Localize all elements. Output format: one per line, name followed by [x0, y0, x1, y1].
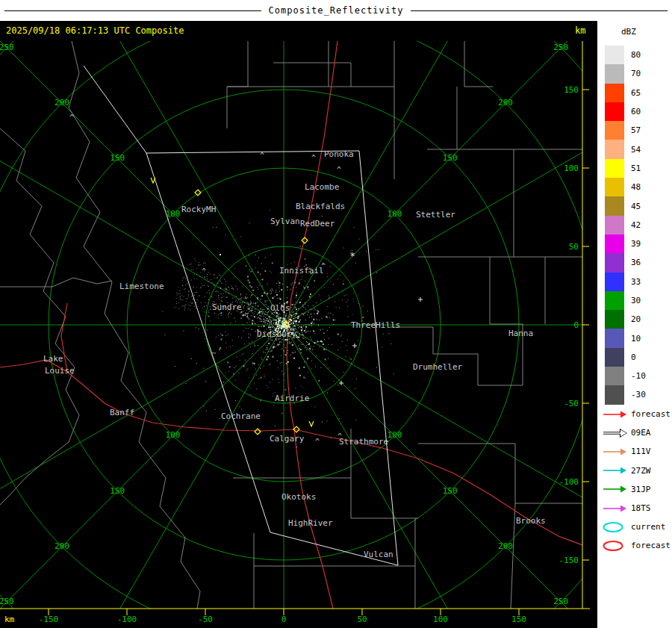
- colorbar-swatch: [605, 348, 624, 367]
- colorbar-value-label: 65: [631, 88, 641, 98]
- city-label: Banff: [110, 408, 134, 417]
- colorbar-row: 80: [605, 46, 646, 64]
- svg-text:^: ^: [260, 152, 264, 160]
- bottom-axis-tick-label: 50: [357, 615, 367, 624]
- bottom-axis-tick-label: -50: [198, 615, 213, 624]
- colorbar-swatch: [605, 121, 624, 140]
- colorbar-value-label: 39: [631, 239, 641, 249]
- ring-distance-label: 100: [388, 430, 402, 440]
- colorbar-value-label: 45: [631, 202, 641, 211]
- legend-arrow-icon: [602, 446, 627, 458]
- legend-ellipse-icon: [602, 540, 627, 552]
- city-label: Sylvan: [270, 217, 300, 226]
- legend-label: 09EA: [631, 428, 651, 438]
- colorbar-swatch: [605, 329, 624, 347]
- window-title: Composite_Reflectivity: [261, 5, 411, 16]
- bottom-axis-tick-label: -150: [39, 615, 59, 624]
- colorbar-swatch: [605, 291, 624, 310]
- city-label: Limestone: [119, 282, 164, 291]
- ring-distance-label: 150: [443, 486, 458, 496]
- legend-label: 18TS: [631, 503, 651, 513]
- plus-marker: [339, 381, 343, 385]
- colorbar-value-label: 54: [631, 145, 641, 155]
- colorbar-row: 42: [605, 216, 646, 234]
- dbz-colorbar: 807065605754514845423936333020100-10-30: [605, 46, 646, 405]
- ring-distance-label: 250: [0, 43, 14, 52]
- legend-row: forecast: [602, 405, 671, 423]
- ring-distance-label: 150: [110, 486, 125, 496]
- colorbar-row: 48: [605, 178, 646, 196]
- svg-text:^: ^: [337, 166, 341, 174]
- colorbar-swatch: [605, 84, 624, 102]
- ring-distance-label: 250: [553, 597, 568, 606]
- colorbar-value-label: -30: [631, 390, 646, 400]
- colorbar-row: 0: [605, 348, 646, 367]
- bottom-axis-tick-label: 100: [433, 615, 448, 624]
- colorbar-swatch: [605, 385, 624, 404]
- legend-row: 09EA: [602, 423, 671, 442]
- right-axis-tick-label: -150: [559, 556, 579, 565]
- colorbar-swatch: [605, 273, 624, 291]
- colorbar-row: 51: [605, 159, 646, 178]
- right-axis-tick-label: 0: [573, 320, 579, 330]
- star-marker: *: [349, 251, 355, 261]
- colorbar-value-label: -10: [631, 371, 646, 381]
- svg-text:*: *: [349, 251, 355, 261]
- city-label: Lake: [43, 354, 63, 364]
- colorbar-swatch: [605, 159, 624, 178]
- legend-label: current: [631, 522, 665, 532]
- caret-marker: ^: [311, 154, 316, 162]
- city-label: Hanna: [508, 329, 533, 338]
- city-label: Strathmore: [339, 437, 388, 447]
- colorbar-swatch: [605, 140, 624, 158]
- ring-distance-label: 200: [55, 541, 69, 551]
- bottom-axis-tick-label: 0: [281, 615, 287, 624]
- ring-distance-label: 200: [55, 98, 69, 108]
- colorbar-row: 60: [605, 102, 646, 121]
- arrow-down-marker: [309, 421, 314, 426]
- bottom-axis-tick-label: -100: [117, 615, 137, 624]
- ring-distance-label: 200: [498, 541, 513, 551]
- city-label: Drumheller: [413, 362, 463, 372]
- city-label: Ponoka: [324, 149, 354, 159]
- city-label: RockyMH: [181, 205, 216, 214]
- city-label: Airdrie: [275, 394, 309, 403]
- legend-arrow-icon: [602, 464, 627, 476]
- colorbar-swatch: [605, 46, 624, 64]
- colorbar-value-label: 33: [631, 277, 641, 287]
- caret-marker: ^: [260, 152, 264, 160]
- colorbar-title: dBZ: [621, 27, 636, 37]
- ring-distance-label: 100: [166, 209, 181, 219]
- colorbar-row: 57: [605, 121, 646, 140]
- colorbar-value-label: 20: [631, 314, 641, 324]
- colorbar-row: 70: [605, 64, 646, 83]
- colorbar-value-label: 48: [631, 182, 641, 192]
- ring-distance-label: 150: [443, 153, 458, 163]
- dot-marker: [220, 254, 221, 255]
- radial-line-240deg: [0, 325, 284, 628]
- ring-distance-label: 100: [388, 209, 402, 219]
- right-axis-tick-label: 100: [564, 164, 579, 173]
- legend-arrow-icon: [602, 483, 627, 495]
- city-label: HighRiver: [288, 518, 333, 528]
- legend-row: 27ZW: [602, 461, 671, 480]
- city-label: Blackfalds: [296, 202, 345, 211]
- legend-arrow-icon: [602, 427, 627, 439]
- plus-marker: [352, 343, 357, 348]
- legend-ellipse-icon: [602, 521, 627, 533]
- city-label: Cochrane: [221, 411, 261, 421]
- city-label: Sundre: [212, 302, 242, 312]
- city-label: Stettler: [416, 210, 455, 220]
- legend-row: current: [602, 517, 671, 536]
- colorbar-value-label: 36: [631, 258, 641, 267]
- city-label: Okotoks: [281, 492, 316, 502]
- colorbar-row: 33: [605, 273, 646, 291]
- colorbar-swatch: [605, 178, 624, 196]
- right-axis-tick-label: 50: [569, 242, 579, 252]
- colorbar-row: 45: [605, 196, 646, 215]
- ring-distance-label: 200: [498, 98, 513, 108]
- city-label: RedDeer: [300, 219, 335, 228]
- colorbar-value-label: 80: [631, 50, 641, 60]
- svg-text:^: ^: [69, 114, 74, 122]
- legend-row: forecast: [602, 536, 671, 555]
